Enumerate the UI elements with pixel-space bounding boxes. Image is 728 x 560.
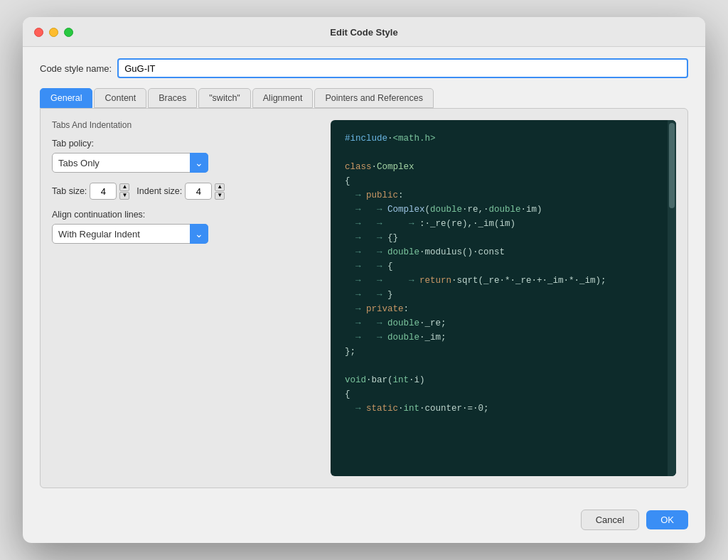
tab-pointers[interactable]: Pointers and References bbox=[314, 88, 434, 108]
size-row: Tab size: ▲ ▼ Indent size: ▲ bbox=[52, 183, 322, 200]
tab-alignment[interactable]: Alignment bbox=[252, 88, 314, 108]
edit-code-style-dialog: Edit Code Style Code style name: General… bbox=[23, 17, 705, 543]
code-content: #include·<math.h> class·Complex { → publ… bbox=[345, 131, 662, 416]
tab-policy-select[interactable]: Tabs Only Spaces Only Use Tab Character … bbox=[52, 153, 208, 173]
dialog-footer: Cancel OK bbox=[23, 500, 705, 543]
tabs-bar: General Content Braces "switch" Alignmen… bbox=[40, 88, 688, 108]
indent-size-down[interactable]: ▼ bbox=[215, 192, 225, 200]
code-style-name-row: Code style name: bbox=[40, 58, 688, 78]
continuation-select-wrapper: With Regular Indent Continued Indent Ali… bbox=[52, 224, 208, 244]
indent-size-up[interactable]: ▲ bbox=[215, 183, 225, 191]
tab-size-group: Tab size: ▲ ▼ bbox=[52, 183, 129, 200]
main-content: Tabs And Indentation Tab policy: Tabs On… bbox=[40, 108, 688, 488]
close-button[interactable] bbox=[34, 28, 43, 37]
continuation-group: Align continuation lines: With Regular I… bbox=[52, 210, 322, 244]
scrollbar-track[interactable] bbox=[668, 120, 676, 476]
title-bar: Edit Code Style bbox=[23, 17, 705, 47]
tab-size-down[interactable]: ▼ bbox=[119, 192, 129, 200]
section-title: Tabs And Indentation bbox=[52, 120, 322, 130]
left-panel: Tabs And Indentation Tab policy: Tabs On… bbox=[52, 120, 322, 476]
tab-size-input[interactable] bbox=[90, 183, 117, 200]
scrollbar-thumb[interactable] bbox=[669, 123, 675, 208]
code-area: #include·<math.h> class·Complex { → publ… bbox=[331, 120, 676, 476]
ok-button[interactable]: OK bbox=[646, 510, 688, 529]
continuation-select[interactable]: With Regular Indent Continued Indent Ali… bbox=[52, 224, 208, 244]
continuation-dropdown-btn[interactable] bbox=[190, 224, 208, 244]
indent-size-label: Indent size: bbox=[136, 186, 182, 196]
tab-size-up[interactable]: ▲ bbox=[119, 183, 129, 191]
tab-switch[interactable]: "switch" bbox=[198, 88, 251, 108]
code-style-name-input[interactable] bbox=[117, 58, 688, 78]
tab-size-label: Tab size: bbox=[52, 186, 87, 196]
indent-size-spinners: ▲ ▼ bbox=[215, 183, 225, 200]
dialog-body: Code style name: General Content Braces … bbox=[23, 47, 705, 500]
tab-policy-dropdown-btn[interactable] bbox=[190, 153, 208, 173]
tab-container: General Content Braces "switch" Alignmen… bbox=[40, 88, 688, 488]
tab-content[interactable]: Content bbox=[94, 88, 146, 108]
maximize-button[interactable] bbox=[64, 28, 73, 37]
tab-size-spinners: ▲ ▼ bbox=[119, 183, 129, 200]
tab-policy-select-wrapper: Tabs Only Spaces Only Use Tab Character … bbox=[52, 153, 208, 173]
code-style-name-label: Code style name: bbox=[40, 63, 112, 74]
tab-policy-label: Tab policy: bbox=[52, 139, 322, 149]
indent-size-input[interactable] bbox=[185, 183, 212, 200]
indent-size-group: Indent size: ▲ ▼ bbox=[136, 183, 225, 200]
minimize-button[interactable] bbox=[49, 28, 58, 37]
tab-general[interactable]: General bbox=[40, 88, 92, 108]
cancel-button[interactable]: Cancel bbox=[581, 510, 639, 530]
code-preview-panel: #include·<math.h> class·Complex { → publ… bbox=[331, 120, 676, 476]
continuation-label: Align continuation lines: bbox=[52, 210, 322, 220]
traffic-lights bbox=[34, 28, 73, 37]
dialog-title: Edit Code Style bbox=[330, 27, 397, 38]
tab-policy-group: Tab policy: Tabs Only Spaces Only Use Ta… bbox=[52, 139, 322, 173]
tab-braces[interactable]: Braces bbox=[148, 88, 197, 108]
